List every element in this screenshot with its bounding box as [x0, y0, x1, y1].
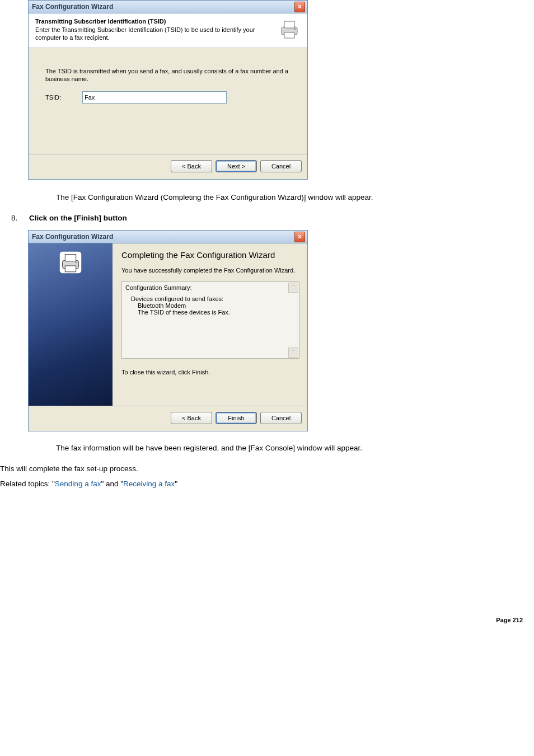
window-title: Fax Configuration Wizard: [32, 3, 113, 11]
info-text-registered: The fax information will be have been re…: [56, 444, 534, 452]
related-suffix: ": [175, 480, 177, 488]
printer-icon: [57, 249, 84, 276]
step-title: Transmitting Subscriber Identification (…: [35, 18, 274, 25]
close-icon[interactable]: ×: [294, 232, 305, 242]
svg-rect-2: [284, 32, 294, 38]
svg-point-3: [294, 29, 296, 30]
tsid-description: The TSID is transmitted when you send a …: [45, 67, 291, 84]
tsid-input[interactable]: [82, 91, 227, 104]
finish-button[interactable]: Finish: [216, 412, 257, 424]
step-instruction: Click on the [Finish] button: [29, 214, 127, 222]
tsid-label: TSID:: [45, 94, 68, 101]
scroll-down-icon[interactable]: ˅: [288, 348, 298, 358]
close-icon[interactable]: ×: [294, 2, 305, 12]
related-mid: " and ": [101, 480, 123, 488]
fax-wizard-tsid-dialog: Fax Configuration Wizard × Transmitting …: [28, 0, 308, 180]
cancel-button[interactable]: Cancel: [260, 160, 302, 172]
step-8: 8. Click on the [Finish] button: [11, 214, 534, 222]
link-sending-fax[interactable]: Sending a fax: [55, 480, 101, 488]
close-instruction: To close this wizard, click Finish.: [121, 369, 299, 375]
titlebar: Fax Configuration Wizard ×: [29, 231, 307, 243]
summary-line-2: Bluetooth Modem: [138, 302, 296, 309]
link-receiving-fax[interactable]: Receiving a fax: [123, 480, 175, 488]
fax-wizard-complete-dialog: Fax Configuration Wizard × Completing th…: [28, 230, 308, 431]
summary-heading: Configuration Summary:: [125, 284, 296, 291]
wizard-right-pane: Completing the Fax Configuration Wizard …: [113, 243, 307, 406]
svg-rect-1: [284, 21, 294, 28]
page-number: Page 212: [0, 488, 534, 630]
step-subtitle: Enter the Transmitting Subscriber Identi…: [35, 26, 274, 42]
back-button[interactable]: < Back: [171, 160, 212, 172]
configuration-summary: Configuration Summary: Devices configure…: [121, 281, 299, 359]
svg-rect-7: [65, 266, 76, 272]
cancel-button[interactable]: Cancel: [260, 412, 302, 424]
info-text-complete: This will complete the fax set-up proces…: [0, 464, 534, 473]
info-text-completing-appears: The [Fax Configuration Wizard (Completin…: [56, 193, 534, 201]
complete-subtitle: You have successfully completed the Fax …: [121, 266, 299, 275]
scroll-up-icon[interactable]: ˄: [288, 283, 298, 293]
svg-rect-6: [65, 255, 76, 261]
dialog-buttons: < Back Next > Cancel: [29, 154, 307, 179]
summary-line-1: Devices configured to send faxes:: [131, 295, 296, 302]
summary-line-3: The TSID of these devices is Fax.: [138, 309, 296, 316]
dialog-buttons: < Back Finish Cancel: [29, 406, 307, 431]
svg-point-8: [75, 262, 77, 264]
step-number: 8.: [11, 214, 19, 222]
wizard-side-art: [29, 243, 113, 406]
wizard-step-header: Transmitting Subscriber Identification (…: [29, 13, 307, 48]
complete-title: Completing the Fax Configuration Wizard: [121, 250, 299, 261]
window-title: Fax Configuration Wizard: [32, 233, 113, 241]
related-prefix: Related topics: ": [0, 480, 55, 488]
titlebar: Fax Configuration Wizard ×: [29, 1, 307, 13]
related-topics: Related topics: "Sending a fax" and "Rec…: [0, 480, 534, 488]
printer-icon: [278, 18, 301, 40]
back-button[interactable]: < Back: [171, 412, 212, 424]
wizard-step-body: The TSID is transmitted when you send a …: [29, 48, 307, 154]
next-button[interactable]: Next >: [216, 160, 257, 172]
